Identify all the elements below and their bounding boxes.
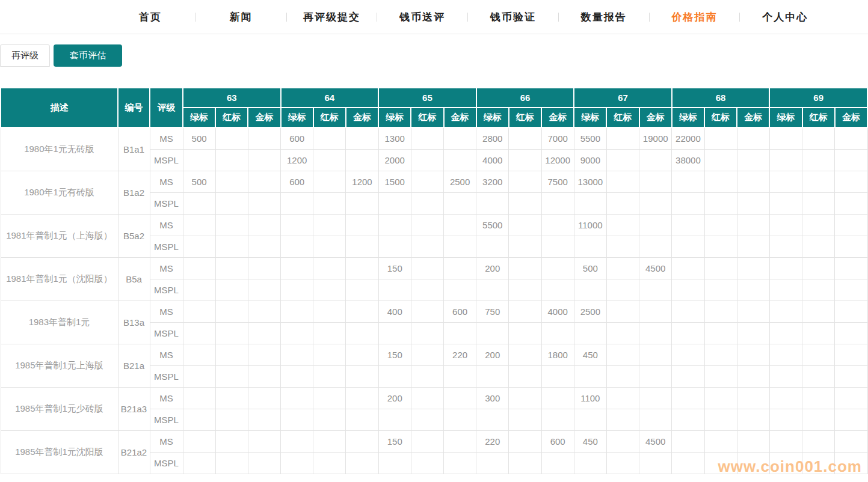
nav-item-personal-center[interactable]: 个人中心 bbox=[740, 10, 830, 24]
top-navigation: 首页 新闻 再评级提交 钱币送评 钱币验证 数量报告 价格指南 个人中心 bbox=[0, 0, 868, 34]
price-cell bbox=[346, 409, 378, 430]
price-cell bbox=[378, 236, 411, 257]
price-cell: 750 bbox=[476, 300, 509, 322]
price-cell bbox=[215, 279, 248, 300]
subcol-green-label: 绿标 bbox=[476, 108, 509, 127]
price-cell bbox=[639, 236, 672, 257]
price-cell bbox=[704, 127, 737, 149]
price-cell: 13000 bbox=[574, 171, 606, 192]
price-cell bbox=[183, 322, 215, 344]
price-cell bbox=[606, 257, 639, 279]
grade-label: MSPL bbox=[150, 279, 183, 300]
coin-code: B1a2 bbox=[118, 171, 150, 214]
price-cell bbox=[411, 365, 443, 387]
grade-label: MS bbox=[150, 257, 183, 279]
price-cell bbox=[281, 236, 313, 257]
column-header-code: 编号 bbox=[118, 88, 150, 127]
price-cell bbox=[476, 236, 509, 257]
tab-bar: 再评级 套币评估 bbox=[0, 44, 868, 67]
price-cell bbox=[672, 365, 704, 387]
price-cell bbox=[411, 452, 443, 474]
price-cell bbox=[704, 387, 737, 409]
price-cell bbox=[313, 236, 346, 257]
price-table-body: 1980年1元无砖版B1a1MS500600130028007000550019… bbox=[1, 127, 867, 474]
coin-description: 1980年1元无砖版 bbox=[1, 127, 118, 171]
price-cell bbox=[704, 409, 737, 430]
price-cell: 200 bbox=[378, 387, 411, 409]
price-cell bbox=[704, 279, 737, 300]
price-cell bbox=[509, 279, 541, 300]
grade-group-69: 69 bbox=[769, 88, 867, 108]
nav-item-coin-verification[interactable]: 钱币验证 bbox=[468, 10, 558, 24]
nav-item-regrade-submit[interactable]: 再评级提交 bbox=[287, 10, 377, 24]
price-cell bbox=[802, 387, 835, 409]
price-cell bbox=[769, 257, 802, 279]
price-cell bbox=[411, 430, 443, 452]
price-cell: 11000 bbox=[574, 214, 606, 236]
nav-item-quantity-report[interactable]: 数量报告 bbox=[559, 10, 649, 24]
price-cell bbox=[248, 365, 280, 387]
price-cell bbox=[769, 387, 802, 409]
price-cell bbox=[313, 192, 346, 214]
subcol-gold-label: 金标 bbox=[248, 108, 280, 127]
price-cell bbox=[313, 127, 346, 149]
price-cell bbox=[802, 365, 835, 387]
nav-item-price-guide[interactable]: 价格指南 bbox=[650, 10, 740, 24]
table-row: 1980年1元无砖版B1a1MS500600130028007000550019… bbox=[1, 127, 867, 149]
price-cell bbox=[737, 409, 769, 430]
price-cell bbox=[606, 127, 639, 149]
price-cell bbox=[476, 279, 509, 300]
tab-set-coin-evaluation[interactable]: 套币评估 bbox=[54, 44, 122, 67]
price-cell bbox=[835, 409, 867, 430]
tab-regrade[interactable]: 再评级 bbox=[0, 44, 50, 67]
nav-menu: 首页 新闻 再评级提交 钱币送评 钱币验证 数量报告 价格指南 个人中心 bbox=[105, 10, 830, 24]
price-cell bbox=[769, 279, 802, 300]
price-cell bbox=[737, 452, 769, 474]
price-cell bbox=[541, 387, 574, 409]
price-cell bbox=[737, 127, 769, 149]
subcol-green-label: 绿标 bbox=[574, 108, 606, 127]
column-header-description: 描述 bbox=[1, 88, 118, 127]
price-cell bbox=[378, 279, 411, 300]
price-cell: 2500 bbox=[444, 171, 476, 192]
coin-code: B1a1 bbox=[118, 127, 150, 171]
price-cell bbox=[769, 149, 802, 171]
price-cell: 2000 bbox=[378, 149, 411, 171]
subcol-gold-label: 金标 bbox=[346, 108, 378, 127]
table-row: 1985年普制1元沈阳版B21a2MS1502206004504500 bbox=[1, 430, 867, 452]
price-cell bbox=[346, 300, 378, 322]
price-cell bbox=[281, 214, 313, 236]
price-cell: 1200 bbox=[281, 149, 313, 171]
price-cell bbox=[704, 430, 737, 452]
price-cell bbox=[281, 387, 313, 409]
price-cell bbox=[769, 365, 802, 387]
subcol-gold-label: 金标 bbox=[541, 108, 574, 127]
price-cell bbox=[444, 279, 476, 300]
subcol-red-label: 红标 bbox=[704, 108, 737, 127]
price-cell bbox=[835, 322, 867, 344]
price-cell bbox=[248, 452, 280, 474]
price-cell: 600 bbox=[541, 430, 574, 452]
price-cell bbox=[346, 149, 378, 171]
price-cell bbox=[346, 344, 378, 365]
nav-item-coin-submission[interactable]: 钱币送评 bbox=[377, 10, 467, 24]
price-cell bbox=[346, 127, 378, 149]
price-cell bbox=[248, 430, 280, 452]
price-cell bbox=[411, 322, 443, 344]
coin-description: 1981年普制1元（沈阳版） bbox=[1, 257, 118, 300]
price-cell bbox=[476, 322, 509, 344]
price-cell bbox=[411, 214, 443, 236]
price-cell bbox=[444, 192, 476, 214]
grade-group-63: 63 bbox=[183, 88, 281, 108]
price-cell bbox=[737, 365, 769, 387]
nav-item-home[interactable]: 首页 bbox=[105, 10, 195, 24]
price-cell bbox=[769, 214, 802, 236]
nav-item-news[interactable]: 新闻 bbox=[196, 10, 286, 24]
price-cell bbox=[215, 149, 248, 171]
table-row: 1985年普制1元少砖版B21a3MS2003001100 bbox=[1, 387, 867, 409]
price-cell bbox=[378, 365, 411, 387]
price-cell: 38000 bbox=[672, 149, 704, 171]
price-cell bbox=[672, 430, 704, 452]
coin-code: B13a bbox=[118, 300, 150, 344]
subcol-green-label: 绿标 bbox=[672, 108, 704, 127]
